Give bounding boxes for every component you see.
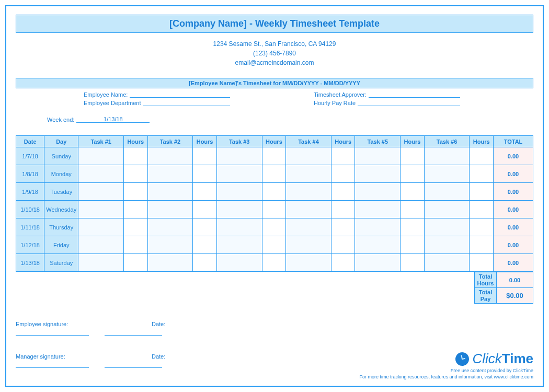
hr-cell[interactable] [124,236,148,254]
task-cell[interactable] [216,236,262,254]
hr-cell[interactable] [262,183,286,201]
hr-cell[interactable] [470,201,494,218]
task-cell[interactable] [286,183,331,201]
task-cell[interactable] [424,147,470,165]
task-cell[interactable] [286,147,331,165]
hr-cell[interactable] [470,165,494,183]
hr-cell[interactable] [470,218,494,236]
hr-cell[interactable] [331,236,355,254]
task-cell[interactable] [147,236,193,254]
hr-cell[interactable] [262,218,286,236]
task-cell[interactable] [147,165,193,183]
hr-cell[interactable] [470,147,494,165]
hr-cell[interactable] [401,165,425,183]
task-cell[interactable] [286,165,331,183]
task-cell[interactable] [78,183,124,201]
task-cell[interactable] [147,183,193,201]
hr-cell[interactable] [401,147,425,165]
task-cell[interactable] [355,201,401,218]
task-cell[interactable] [355,218,401,236]
hr-cell[interactable] [331,201,355,218]
total-cell: 0.00 [493,183,533,201]
task-cell[interactable] [78,201,124,218]
task-cell[interactable] [286,218,331,236]
hr-cell[interactable] [262,236,286,254]
approver-field[interactable] [369,90,460,98]
hr-cell[interactable] [331,165,355,183]
task-cell[interactable] [216,147,262,165]
task-cell[interactable] [424,254,470,272]
task-cell[interactable] [216,218,262,236]
task-cell[interactable] [78,218,124,236]
task-cell[interactable] [424,165,470,183]
hr-cell[interactable] [193,218,217,236]
task-cell[interactable] [424,183,470,201]
hr-cell[interactable] [470,254,494,272]
week-end-label: Week end: [47,117,74,123]
task-cell[interactable] [355,165,401,183]
day-cell: Friday [44,236,78,254]
task-cell[interactable] [147,147,193,165]
hr-cell[interactable] [262,254,286,272]
signature-block: Employee signature: Date: Manager signat… [16,317,167,368]
hr-cell[interactable] [401,201,425,218]
employee-name-field[interactable] [130,90,230,98]
hr-cell[interactable] [262,201,286,218]
hr-cell[interactable] [262,165,286,183]
hr-cell[interactable] [124,147,148,165]
task-cell[interactable] [216,254,262,272]
task-cell[interactable] [355,254,401,272]
task-cell[interactable] [286,201,331,218]
week-end-field[interactable]: 1/13/18 [76,116,150,123]
hr-cell[interactable] [193,236,217,254]
employee-dept-label: Employee Department [84,100,141,106]
employee-signature-line[interactable] [16,328,89,336]
task-cell[interactable] [355,147,401,165]
hr-cell[interactable] [124,201,148,218]
task-cell[interactable] [424,201,470,218]
hr-cell[interactable] [124,254,148,272]
task-cell[interactable] [147,254,193,272]
hr-cell[interactable] [124,218,148,236]
hr-cell[interactable] [401,183,425,201]
task-cell[interactable] [286,254,331,272]
day-cell: Thursday [44,218,78,236]
hr-cell[interactable] [193,201,217,218]
task-cell[interactable] [78,165,124,183]
hr-cell[interactable] [331,147,355,165]
task-cell[interactable] [424,218,470,236]
task-cell[interactable] [147,218,193,236]
task-cell[interactable] [355,183,401,201]
task-cell[interactable] [78,236,124,254]
hr-cell[interactable] [401,236,425,254]
hr-cell[interactable] [470,183,494,201]
task-cell[interactable] [147,201,193,218]
hr-cell[interactable] [193,165,217,183]
hourly-rate-field[interactable] [358,99,460,106]
hr-cell[interactable] [331,183,355,201]
task-cell[interactable] [216,183,262,201]
hr-cell[interactable] [193,147,217,165]
hr-cell[interactable] [401,254,425,272]
task-cell[interactable] [216,165,262,183]
task-cell[interactable] [78,147,124,165]
employee-sig-date-line[interactable] [105,328,162,336]
hr-cell[interactable] [262,147,286,165]
hr-cell[interactable] [401,218,425,236]
hr-cell[interactable] [193,254,217,272]
hr-cell[interactable] [331,254,355,272]
manager-signature-line[interactable] [16,361,89,368]
manager-sig-date-line[interactable] [105,361,162,368]
hr-cell[interactable] [193,183,217,201]
task-cell[interactable] [424,236,470,254]
task-cell[interactable] [286,236,331,254]
table-row: 1/9/18Tuesday0.00 [16,183,533,201]
employee-dept-field[interactable] [143,99,230,106]
task-cell[interactable] [355,236,401,254]
task-cell[interactable] [216,201,262,218]
hr-cell[interactable] [470,236,494,254]
hr-cell[interactable] [124,165,148,183]
task-cell[interactable] [78,254,124,272]
hr-cell[interactable] [331,218,355,236]
hr-cell[interactable] [124,183,148,201]
